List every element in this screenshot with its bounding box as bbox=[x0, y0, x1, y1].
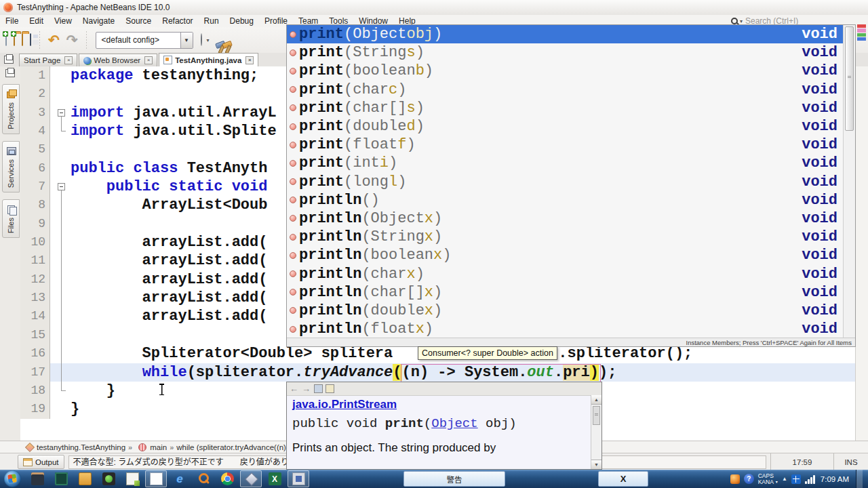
menu-item[interactable]: Navigate bbox=[77, 15, 120, 27]
document-app-icon[interactable] bbox=[145, 470, 167, 487]
tab-close-icon[interactable]: × bbox=[64, 56, 73, 64]
fold-marker[interactable] bbox=[50, 178, 69, 196]
completion-item[interactable]: print (int i ) void bbox=[287, 154, 843, 172]
sidebar-tab-files[interactable]: Files bbox=[2, 199, 20, 238]
show-documentation-icon[interactable] bbox=[314, 384, 323, 393]
generic-app-icon[interactable] bbox=[288, 470, 309, 487]
x-window-button[interactable]: X bbox=[598, 471, 648, 487]
completion-item[interactable]: println (boolean x ) void bbox=[287, 246, 843, 264]
tray-app-icon[interactable] bbox=[730, 474, 740, 484]
sidebar-tab-projects[interactable]: Projects bbox=[2, 84, 20, 134]
excel-icon[interactable]: X bbox=[264, 470, 285, 487]
sidebar-tab-services[interactable]: Services bbox=[2, 141, 20, 192]
completion-item[interactable]: print (Object obj ) void bbox=[287, 25, 843, 43]
completion-item[interactable]: println (String x ) void bbox=[287, 228, 843, 246]
save-all-button[interactable] bbox=[30, 34, 31, 46]
completion-item[interactable]: println (double x ) void bbox=[287, 302, 843, 320]
dock-window-icon[interactable] bbox=[5, 69, 15, 77]
fold-marker[interactable] bbox=[50, 66, 69, 85]
tab-close-icon[interactable]: × bbox=[144, 56, 153, 64]
new-project-button[interactable] bbox=[14, 34, 15, 46]
search-app-icon[interactable] bbox=[193, 470, 214, 487]
config-dropdown-icon[interactable]: ▼ bbox=[180, 33, 193, 48]
show-hidden-icons[interactable]: ▲ bbox=[782, 476, 787, 482]
menu-item[interactable]: File bbox=[0, 15, 24, 27]
editor-tab[interactable]: Start Page × bbox=[19, 54, 77, 66]
completion-item[interactable]: println (Object x ) void bbox=[287, 209, 843, 228]
completion-item[interactable]: print (char[] s ) void bbox=[287, 99, 843, 117]
fold-marker[interactable] bbox=[50, 215, 69, 233]
fold-marker[interactable] bbox=[50, 289, 69, 307]
explorer-folder-icon[interactable] bbox=[74, 470, 96, 487]
forward-icon[interactable]: → bbox=[302, 384, 311, 394]
chrome-icon[interactable] bbox=[216, 470, 238, 487]
warning-window-button[interactable]: 警告 bbox=[403, 471, 505, 487]
fold-marker[interactable] bbox=[50, 251, 69, 270]
title-bar[interactable]: TestAnything - Apache NetBeans IDE 10.0 bbox=[0, 0, 868, 16]
media-app-icon[interactable] bbox=[26, 470, 48, 487]
javadoc-scrollbar-thumb[interactable] bbox=[593, 406, 600, 425]
fold-marker[interactable] bbox=[50, 270, 69, 289]
editor-tab[interactable]: TestAnything.java × bbox=[159, 53, 258, 66]
completion-item[interactable]: print (float f ) void bbox=[287, 136, 843, 154]
completion-item[interactable]: println (float x ) void bbox=[287, 320, 843, 338]
menu-item[interactable]: Debug bbox=[224, 15, 259, 27]
clock[interactable]: 7:09 AM bbox=[821, 475, 849, 483]
back-icon[interactable]: ← bbox=[290, 384, 298, 394]
menu-item[interactable]: Run bbox=[199, 15, 224, 27]
menu-item[interactable]: Edit bbox=[24, 15, 49, 27]
completion-item[interactable]: println (char x ) void bbox=[287, 264, 843, 283]
popup-scrollbar-thumb[interactable] bbox=[845, 26, 854, 131]
fold-marker[interactable] bbox=[50, 326, 69, 344]
fold-marker[interactable] bbox=[50, 196, 69, 214]
network-signal-icon[interactable] bbox=[805, 474, 815, 484]
fold-marker[interactable] bbox=[50, 363, 69, 382]
class-link[interactable]: java.io.PrintStream bbox=[292, 398, 397, 411]
fold-marker[interactable] bbox=[50, 122, 69, 140]
completion-item[interactable]: print (String s ) void bbox=[287, 43, 843, 62]
error-stripe[interactable] bbox=[855, 66, 868, 441]
dock-window-icon[interactable] bbox=[4, 56, 14, 64]
scroll-down-icon[interactable]: ▼ bbox=[591, 460, 601, 469]
object-type-link[interactable]: Object bbox=[431, 416, 477, 431]
search-dropdown-icon[interactable]: ▾ bbox=[740, 18, 743, 24]
completion-item[interactable]: print (long l ) void bbox=[287, 173, 843, 191]
redo-button[interactable]: ↷ bbox=[66, 33, 78, 47]
help-icon[interactable]: ? bbox=[744, 474, 754, 484]
menu-item[interactable]: Source bbox=[120, 15, 157, 27]
completion-item[interactable]: println (char[] x ) void bbox=[287, 283, 843, 302]
breadcrumb-item[interactable]: main » bbox=[135, 443, 176, 451]
open-project-button[interactable] bbox=[22, 34, 23, 46]
dropdown-icon[interactable]: ▾ bbox=[776, 479, 778, 485]
undo-button[interactable]: ↶ bbox=[48, 33, 60, 47]
run-config-button[interactable] bbox=[201, 34, 202, 46]
fold-marker[interactable] bbox=[50, 400, 69, 418]
fold-marker[interactable] bbox=[50, 85, 69, 103]
fold-marker[interactable] bbox=[50, 140, 69, 159]
external-browser-icon[interactable] bbox=[326, 384, 334, 393]
breadcrumb-item[interactable]: testanything.TestAnything » bbox=[23, 443, 135, 451]
scroll-up-icon[interactable]: ▲ bbox=[591, 395, 601, 405]
fold-marker[interactable] bbox=[50, 382, 69, 400]
new-file-button[interactable] bbox=[5, 34, 7, 46]
popup-scrollbar[interactable] bbox=[843, 25, 855, 338]
fold-marker[interactable] bbox=[50, 344, 69, 363]
ime-grid-icon[interactable] bbox=[791, 474, 801, 484]
fold-marker[interactable] bbox=[50, 307, 69, 325]
breadcrumb-item[interactable]: while (spliterator.tryAdvance((n) bbox=[176, 443, 292, 451]
notepad-icon[interactable] bbox=[121, 470, 143, 487]
output-tab[interactable]: Output bbox=[18, 455, 64, 469]
fold-marker[interactable] bbox=[50, 159, 69, 178]
start-button[interactable] bbox=[4, 470, 21, 487]
javadoc-scrollbar[interactable]: ▲ ▼ bbox=[591, 395, 601, 469]
menu-item[interactable]: View bbox=[49, 15, 77, 27]
tab-close-icon[interactable]: × bbox=[245, 56, 254, 64]
fold-marker[interactable] bbox=[50, 233, 69, 251]
internet-explorer-icon[interactable]: e bbox=[169, 470, 191, 487]
run-dropdown-icon[interactable]: ▾ bbox=[207, 37, 210, 43]
editor-tab[interactable]: Web Browser × bbox=[79, 54, 157, 66]
config-combobox[interactable]: <default config> ▼ bbox=[96, 32, 193, 49]
ime-indicator[interactable]: CAPS KANA▾ bbox=[758, 473, 778, 485]
completion-item[interactable]: print (char c ) void bbox=[287, 81, 843, 99]
fold-marker[interactable] bbox=[50, 104, 69, 122]
